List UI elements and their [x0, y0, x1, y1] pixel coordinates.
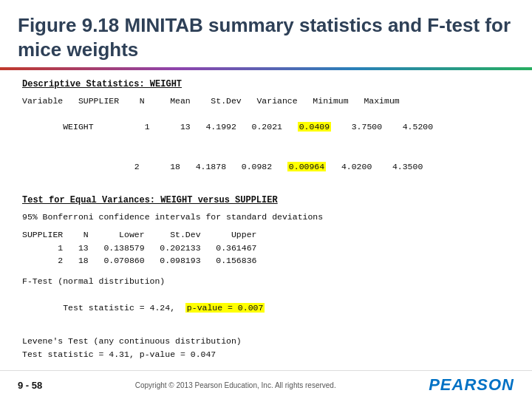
levene-line2: Test statistic = 4.31, p-value = 0.047: [22, 348, 510, 361]
brand-logo: PEARSON: [429, 375, 514, 395]
f-test-prefix: Test statistic = 4.24,: [63, 303, 185, 313]
page-number: 9 - 58: [18, 380, 42, 391]
pvalue-highlight: p-value = 0.007: [185, 303, 265, 313]
f-test-line2: Test statistic = 4.24, p-value = 0.007: [22, 288, 510, 327]
header: Figure 9.18 MINITAB summary statistics a…: [0, 0, 532, 67]
descriptive-stats-row1: WEIGHT 1 13 4.1992 0.2021 0.0409 3.7500 …: [22, 107, 510, 146]
equal-variances-block: Test for Equal Variances: WEIGHT versus …: [22, 194, 510, 267]
copyright: Copyright © 2013 Pearson Education, Inc.…: [135, 381, 336, 389]
variance1-highlight: 0.0409: [298, 122, 331, 132]
equal-variances-row1: 1 13 0.138579 0.202133 0.361467: [22, 242, 510, 255]
descriptive-stats-columns: Variable SUPPLIER N Mean St.Dev Variance…: [22, 95, 510, 108]
equal-variances-title: Test for Equal Variances: WEIGHT versus …: [22, 194, 510, 208]
slide-container: Figure 9.18 MINITAB summary statistics a…: [0, 0, 532, 399]
equal-variances-row2: 2 18 0.070860 0.098193 0.156836: [22, 254, 510, 267]
levene-line1: Levene's Test (any continuous distributi…: [22, 335, 510, 348]
descriptive-stats-title: Descriptive Statistics: WEIGHT: [22, 78, 510, 92]
f-test-block: F-Test (normal distribution) Test statis…: [22, 275, 510, 327]
f-test-line1: F-Test (normal distribution): [22, 275, 510, 288]
descriptive-stats-block: Descriptive Statistics: WEIGHT Variable …: [22, 78, 510, 186]
variance2-highlight: 0.00964: [287, 162, 326, 171]
content-area: Descriptive Statistics: WEIGHT Variable …: [0, 70, 532, 370]
footer: 9 - 58 Copyright © 2013 Pearson Educatio…: [0, 370, 532, 399]
slide-title: Figure 9.18 MINITAB summary statistics a…: [18, 13, 514, 61]
figure-label: Figure 9.18: [18, 14, 119, 36]
levene-test-block: Levene's Test (any continuous distributi…: [22, 335, 510, 361]
equal-variances-columns: SUPPLIER N Lower St.Dev Upper: [22, 228, 510, 242]
bonferroni-line: 95% Bonferroni confidence intervals for …: [22, 211, 510, 224]
descriptive-stats-row2: 2 18 4.1878 0.0982 0.00964 4.0200 4.3500: [22, 147, 510, 186]
